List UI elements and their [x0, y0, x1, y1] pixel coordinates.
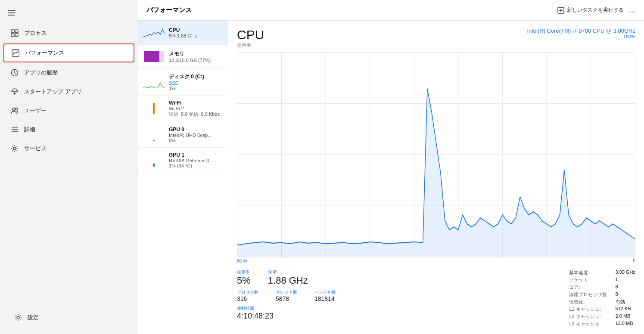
speed-value: 1.88 GHz: [268, 275, 308, 286]
chart-icon: [11, 49, 20, 57]
menu-toggle[interactable]: [0, 3, 138, 24]
detail-cpu-name: Intel(R) Core(TM) i7-9700 CPU @ 3.00GHz: [527, 28, 635, 34]
usage-value: 5%: [237, 275, 251, 286]
gear-icon: [10, 144, 19, 153]
sidebar-item-users-label: ユーザー: [24, 107, 47, 114]
usage-label: 使用率: [237, 269, 251, 275]
chart-label-right: 0: [633, 258, 635, 264]
resource-item-memory[interactable]: メモリ 12.2/15.8 GB (77%): [138, 45, 228, 69]
cpu-resource-sub: 5% 1.88 GHz: [169, 33, 223, 38]
stats-usage-speed: 使用率 5% 速度 1.88 GHz: [237, 269, 336, 286]
sidebar-item-details[interactable]: 詳細: [3, 121, 134, 138]
cpu-mini-chart: [143, 25, 165, 40]
svg-rect-3: [11, 30, 14, 33]
gpu0-resource-info: GPU 0 Intel(R) UHD Grap... 0%: [169, 127, 223, 143]
chart-label-left: 60 秒: [237, 258, 247, 264]
startup-icon: [10, 87, 19, 96]
sidebar-item-app-history-label: アプリの履歴: [24, 69, 58, 77]
sidebar-item-app-history[interactable]: アプリの履歴: [3, 64, 134, 81]
disk-resource-info: ディスク 0 (C:) SSD 1%: [169, 73, 223, 91]
disk-resource-sub-blue: SSD: [169, 80, 223, 86]
settings-icon: [14, 313, 22, 322]
new-task-button[interactable]: 新しいタスクを実行する: [557, 6, 624, 14]
cpu-resource-info: CPU 5% 1.88 GHz: [169, 27, 223, 38]
spec-val-7: 12.0 MB: [616, 321, 635, 327]
cpu-chart-container: [237, 52, 635, 257]
sidebar: プロセス パフォーマンス アプリの履歴 スター: [0, 0, 138, 334]
list-icon: [10, 125, 19, 134]
new-task-label: 新しいタスクを実行する: [567, 6, 624, 14]
detail-panel: CPU 使用率 Intel(R) Core(TM) i7-9700 CPU @ …: [228, 21, 644, 334]
gpu1-resource-info: GPU 1 NVIDIA GeForce G... 1% (34 °C): [169, 152, 223, 168]
stat-usage: 使用率 5%: [237, 269, 251, 286]
sidebar-item-process-label: プロセス: [24, 29, 47, 37]
svg-rect-25: [153, 164, 155, 167]
sidebar-item-performance-label: パフォーマンス: [25, 49, 64, 57]
spec-key-5: L1 キャッシュ:: [569, 306, 608, 312]
sidebar-item-services[interactable]: サービス: [3, 140, 134, 157]
resource-item-gpu1[interactable]: GPU 1 NVIDIA GeForce G... 1% (34 °C): [138, 148, 228, 173]
detail-title: CPU: [237, 28, 264, 42]
uptime-label: 稼動時間: [237, 306, 336, 312]
svg-rect-24: [153, 140, 155, 141]
svg-rect-5: [11, 34, 14, 37]
resource-item-gpu0[interactable]: GPU 0 Intel(R) UHD Grap... 0%: [138, 122, 228, 148]
clock-icon: [10, 68, 19, 77]
sidebar-item-startup-label: スタートアップ アプリ: [24, 88, 82, 96]
stats-row: 使用率 5% 速度 1.88 GHz プロセス数 316: [237, 269, 635, 327]
memory-resource-sub: 12.2/15.8 GB (77%): [169, 58, 223, 63]
svg-rect-23: [153, 103, 155, 114]
sidebar-item-process[interactable]: プロセス: [3, 25, 134, 42]
memory-resource-name: メモリ: [169, 50, 223, 58]
new-task-icon: [557, 7, 564, 14]
detail-usage-label: 使用率: [237, 42, 264, 49]
gpu1-resource-sub: NVIDIA GeForce G...: [169, 158, 223, 163]
wifi-mini-chart: [143, 101, 165, 116]
process-label: プロセス数: [237, 289, 258, 295]
more-button[interactable]: ...: [629, 6, 635, 15]
sidebar-item-services-label: サービス: [24, 145, 47, 152]
svg-rect-4: [15, 30, 18, 33]
resource-item-wifi[interactable]: Wi-Fi Wi-Fi 2 送信: 8.0 受信: 8.0 Kbps: [138, 96, 228, 122]
spec-key-0: 基本速度:: [569, 269, 608, 276]
spec-val-4: 有効: [616, 299, 635, 305]
detail-header-right: Intel(R) Core(TM) i7-9700 CPU @ 3.00GHz …: [527, 28, 635, 39]
resource-item-cpu[interactable]: CPU 5% 1.88 GHz: [138, 21, 228, 45]
gpu0-mini-chart: [143, 127, 165, 142]
sidebar-item-startup[interactable]: スタートアップ アプリ: [3, 83, 134, 100]
cpu-resource-name: CPU: [169, 27, 223, 33]
gpu0-resource-sub: Intel(R) UHD Grap...: [169, 133, 223, 138]
stat-uptime: 稼動時間 4:10:48:23: [237, 306, 336, 321]
resource-list: CPU 5% 1.88 GHz メモリ 12.2/15.8 GB (77%): [138, 21, 228, 334]
cpu-chart-svg: [237, 53, 635, 257]
spec-key-6: L2 キャッシュ:: [569, 313, 608, 320]
spec-key-3: 論理プロセッサ数:: [569, 291, 608, 298]
topbar-actions: 新しいタスクを実行する ...: [557, 6, 635, 15]
svg-point-11: [12, 108, 15, 111]
gpu1-resource-name: GPU 1: [169, 152, 223, 158]
process-value: 316: [237, 295, 258, 302]
sidebar-item-settings[interactable]: 設定: [7, 309, 131, 326]
spec-val-2: 8: [616, 284, 635, 291]
grid-icon: [10, 29, 19, 37]
spec-val-3: 8: [616, 291, 635, 298]
stat-thread: スレッド数 5878: [276, 289, 297, 302]
stat-handle: ハンドル数 181814: [314, 289, 336, 302]
sidebar-item-users[interactable]: ユーザー: [3, 102, 134, 119]
gpu0-resource-name: GPU 0: [169, 127, 223, 133]
disk-resource-sub2: 1%: [169, 86, 223, 91]
stats-left: 使用率 5% 速度 1.88 GHz プロセス数 316: [237, 269, 336, 321]
memory-mini-chart: [143, 49, 165, 64]
memory-resource-info: メモリ 12.2/15.8 GB (77%): [169, 50, 223, 63]
speed-label: 速度: [268, 269, 308, 275]
gpu1-mini-chart: [143, 153, 165, 168]
gpu0-resource-sub2: 0%: [169, 138, 223, 143]
detail-percent-100: 100%: [527, 34, 635, 39]
resource-item-disk[interactable]: ディスク 0 (C:) SSD 1%: [138, 69, 228, 96]
sidebar-item-details-label: 詳細: [24, 126, 35, 133]
handle-value: 181814: [314, 295, 336, 302]
sidebar-item-performance[interactable]: パフォーマンス: [3, 43, 134, 62]
wifi-resource-name: Wi-Fi: [169, 100, 223, 106]
disk-mini-chart: [143, 74, 165, 90]
handle-label: ハンドル数: [314, 289, 336, 295]
